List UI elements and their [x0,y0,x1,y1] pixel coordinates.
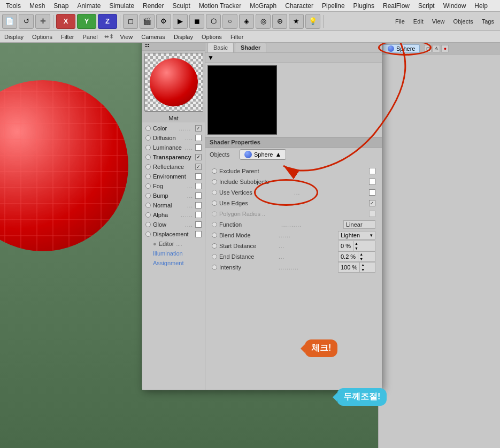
tool-shape[interactable]: ⬡ [206,14,221,29]
channel-checkbox[interactable] [195,212,202,218]
prop-dropdown-blend[interactable]: Lighten [338,231,375,240]
channel-glow[interactable]: Glow .... [142,220,205,229]
tool-misc3[interactable]: ⊕ [272,14,287,29]
tab-basic[interactable]: Basic [207,42,234,52]
panel-icon1[interactable]: ◻ [424,45,432,52]
channel-bump[interactable]: Bump ... [142,191,205,200]
tool-axis-z[interactable]: Z [98,14,117,29]
channel-checkbox[interactable] [195,144,202,151]
shader-dropdown-arrow[interactable]: ▼ [207,54,214,61]
channel-checkbox[interactable] [195,135,202,141]
sub-editor[interactable]: ● Editor .... [150,239,205,249]
prop-radio[interactable] [212,200,217,206]
tool-misc1[interactable]: ◈ [239,14,254,29]
menu-item-window[interactable]: Window [440,1,470,11]
channel-checkbox[interactable] [195,231,202,237]
channel-displacement[interactable]: Displacement [142,229,205,239]
mac-menu-tags[interactable]: Tags [478,17,498,26]
tool-light[interactable]: 💡 [305,14,320,29]
prop-radio[interactable] [212,243,217,249]
tool-new[interactable]: 📄 [2,14,17,29]
tool-axis-y[interactable]: Y [77,14,96,29]
channel-alpha[interactable]: Alpha ...... [142,210,205,220]
mac-menu-view[interactable]: View [428,17,449,26]
mac-menu-objects[interactable]: Objects [449,17,476,26]
sec-cameras[interactable]: Cameras [139,33,167,41]
channel-luminance[interactable]: Luminance .... [142,143,205,152]
spinner-up3[interactable]: ▲ [360,262,366,267]
tool-misc4[interactable]: ★ [289,14,304,29]
channel-diffusion[interactable]: Diffusion .... [142,133,205,143]
tool-render2[interactable]: ⚙ [156,14,171,29]
channel-color[interactable]: Color ...... [142,123,205,133]
spinner-down3[interactable]: ▼ [360,267,366,272]
channel-checkbox[interactable] [195,192,202,199]
mac-menu-edit[interactable]: Edit [410,17,427,26]
panel-icon3[interactable]: ● [441,45,449,52]
prop-radio[interactable] [212,190,217,195]
channel-checkbox[interactable] [195,173,202,180]
prop-number-intensity[interactable]: 100 % ▲ ▼ [338,262,375,273]
menu-item-help[interactable]: Help [471,1,491,11]
menu-item-mograph[interactable]: MoGraph [246,1,280,11]
prop-check[interactable] [369,168,375,174]
channel-checkbox[interactable] [195,183,202,189]
prop-radio[interactable] [212,222,217,227]
tool-box[interactable]: ◻ [123,14,138,29]
menu-item-character[interactable]: Character [281,1,317,11]
sec-panel[interactable]: Panel [80,33,99,41]
sec-view[interactable]: View [118,33,135,41]
prop-check-use-edges[interactable] [369,200,375,206]
prop-number-start[interactable]: 0 % ▲ ▼ [338,241,375,251]
prop-radio[interactable] [212,233,217,238]
channel-normal[interactable]: Normal ... [142,200,205,210]
sub-assignment[interactable]: Assignment [150,258,205,268]
channel-environment[interactable]: Environment [142,172,205,181]
channel-checkbox[interactable] [195,125,202,132]
channel-checkbox[interactable] [195,202,202,208]
prop-check[interactable] [369,179,375,185]
tool-render4[interactable]: ◼ [189,14,204,29]
tool-sphere[interactable]: ○ [222,14,237,29]
prop-check[interactable] [369,189,375,196]
channel-reflectance[interactable]: Reflectance [142,162,205,172]
spinner-down2[interactable]: ▼ [358,257,364,261]
menu-item-realflow[interactable]: RealFlow [379,1,413,11]
sec-filter2[interactable]: Filter [228,33,245,41]
sec-display2[interactable]: Display [172,33,195,41]
sub-illumination[interactable]: Illumination [150,249,205,258]
prop-radio[interactable] [212,265,217,270]
sec-display[interactable]: Display [2,33,26,41]
spinner-down[interactable]: ▼ [353,246,359,251]
tool-move[interactable]: ✛ [35,14,50,29]
sphere-tag[interactable]: Sphere ▲ [240,149,286,160]
channel-transparency[interactable]: Transparency [142,152,205,162]
menu-item-mesh[interactable]: Mesh [26,1,49,11]
menu-item-simulate[interactable]: Simulate [105,1,138,11]
tool-render3[interactable]: ▶ [173,14,188,29]
panel-icon2[interactable]: ⚠ [433,45,440,52]
tab-shader[interactable]: Shader [235,42,266,52]
tool-rotate[interactable]: ↺ [19,14,34,29]
channel-checkbox[interactable] [195,164,202,170]
prop-number-end[interactable]: 0.2 % ▲ ▼ [338,251,375,262]
tool-misc2[interactable]: ◎ [256,14,271,29]
channel-checkbox[interactable] [195,221,202,228]
sec-filter[interactable]: Filter [59,33,76,41]
tool-axis-x[interactable]: X [56,14,75,29]
object-badge[interactable]: Sphere [383,44,420,53]
sec-options[interactable]: Options [30,33,55,41]
spinner-up2[interactable]: ▲ [358,252,364,257]
prop-radio[interactable] [212,179,217,184]
menu-item-plugins[interactable]: Plugins [350,1,378,11]
channel-checkbox[interactable] [195,154,202,160]
menu-item-pipeline[interactable]: Pipeline [318,1,349,11]
spinner-up[interactable]: ▲ [353,241,359,246]
menu-item-animate[interactable]: Animate [73,1,104,11]
channel-fog[interactable]: Fog ... [142,181,205,191]
mac-menu-file[interactable]: File [391,17,409,26]
menu-item-motion[interactable]: Motion Tracker [195,1,245,11]
menu-item-script[interactable]: Script [414,1,439,11]
prop-radio[interactable] [212,168,217,174]
menu-item-sculpt[interactable]: Sculpt [168,1,194,11]
